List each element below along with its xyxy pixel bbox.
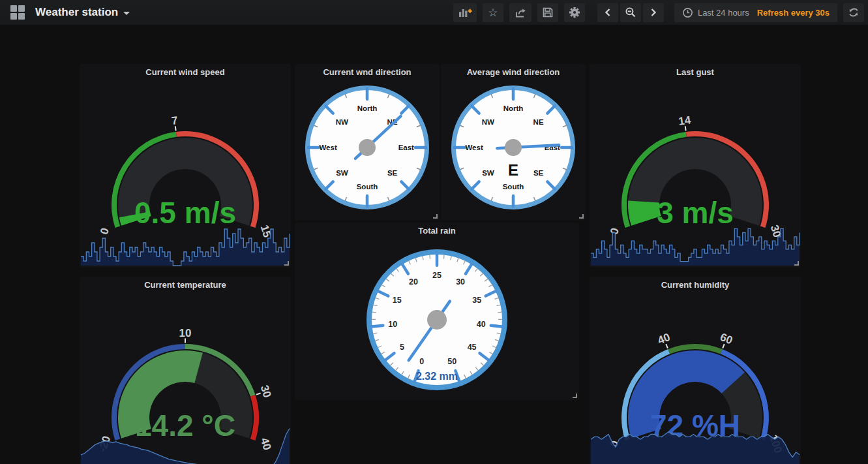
rain-scale-label: 40 — [477, 320, 486, 329]
rain-scale-label: 25 — [432, 271, 441, 280]
grid-icon — [10, 5, 25, 20]
gauge-chart: -2010304014.2 °C — [80, 277, 291, 464]
gauge-scale-label: 0 — [98, 226, 112, 236]
compass-chart: NorthNEEastSESouthSWWestNW — [295, 64, 440, 221]
compass-direction-label: NW — [336, 118, 348, 126]
dashboard: Current wind speed07150.5 m/sCurrent wnd… — [0, 25, 868, 464]
gauge-chart: 014303 m/s — [590, 64, 801, 268]
threshold-tick — [666, 344, 668, 348]
rain-scale-label: 35 — [472, 296, 481, 305]
bar-chart-plus-icon — [458, 7, 472, 18]
compass-chart: NorthNEEastSESouthSWWestNWE — [441, 64, 586, 221]
panel-current-temperature: Current temperature-2010304014.2 °C — [80, 277, 291, 464]
gauge-value-text: 3 m/s — [657, 196, 734, 230]
gauge-scale-label: 14 — [678, 114, 692, 127]
compass-direction-label: NW — [482, 118, 494, 126]
rain-scale-label: 20 — [409, 277, 418, 286]
gauge-chart: 0406010072 %H — [590, 277, 801, 464]
navbar: Weather station ☆ — [0, 0, 868, 25]
chevron-right-icon — [649, 7, 658, 18]
compass-direction-label: East — [398, 144, 414, 151]
gear-icon — [569, 7, 580, 18]
dashboard-title: Weather station — [35, 6, 118, 19]
star-icon: ☆ — [488, 7, 498, 18]
panel-current-wind-direction: Current wnd directionNorthNEEastSESouthS… — [295, 64, 440, 221]
compass-dial: NorthNEEastSESouthSWWestNWE — [454, 88, 573, 208]
compass-dial: NorthNEEastSESouthSWWestNW — [308, 88, 427, 208]
dashboard-picker-button[interactable] — [7, 3, 29, 22]
threshold-tick — [175, 126, 176, 131]
gauge-scale-label: 30 — [258, 384, 274, 399]
gauge-scale-label: 7 — [171, 114, 179, 127]
panel-total-rain: Total rain051015202530354045502.32 mm — [295, 223, 579, 400]
gauge-value-fill — [628, 201, 661, 226]
panel-resize-handle[interactable] — [573, 394, 577, 398]
gauge-scale-label: 60 — [719, 331, 735, 347]
panel-current-wind-speed: Current wind speed07150.5 m/s — [80, 64, 291, 268]
panel-last-gust: Last gust014303 m/s — [590, 64, 801, 268]
panel-resize-handle[interactable] — [284, 261, 289, 266]
share-button[interactable] — [509, 3, 531, 22]
rain-scale-label: 10 — [388, 320, 397, 329]
rain-scale-label: 5 — [400, 343, 404, 352]
threshold-tick — [685, 126, 686, 131]
rain-scale-label: 45 — [468, 343, 477, 352]
compass-direction-label: West — [465, 144, 483, 151]
rain-scale-label: 30 — [456, 277, 465, 286]
time-range-label: Last 24 hours — [698, 8, 749, 18]
time-forward-button[interactable] — [643, 3, 664, 22]
panel-resize-handle[interactable] — [794, 261, 799, 266]
gauge-value-text: 14.2 °C — [135, 409, 235, 442]
chevron-left-icon — [603, 7, 612, 18]
threshold-tick — [256, 393, 261, 394]
compass-direction-label: South — [357, 183, 378, 191]
clock-gauge-chart: 051015202530354045502.32 mm — [295, 223, 579, 400]
time-range-button[interactable]: Last 24 hours Refresh every 30s — [674, 3, 837, 22]
panel-resize-handle[interactable] — [579, 214, 584, 219]
compass-hub — [505, 139, 522, 156]
time-back-button[interactable] — [597, 3, 618, 22]
compass-direction-label: NE — [533, 118, 544, 126]
compass-direction-label: North — [357, 104, 378, 112]
dashboard-title-dropdown[interactable]: Weather station — [35, 6, 130, 19]
compass-value-label: E — [508, 161, 518, 179]
gauge-chart: 07150.5 m/s — [80, 64, 291, 268]
compass-direction-label: SE — [387, 169, 398, 177]
clock-icon — [682, 7, 693, 18]
rain-scale-label: 15 — [393, 296, 402, 305]
rain-scale-label: 0 — [419, 357, 424, 366]
settings-button[interactable] — [564, 3, 585, 22]
refresh-button[interactable] — [843, 3, 864, 22]
compass-direction-label: SW — [482, 169, 494, 177]
zoom-out-icon — [625, 7, 636, 18]
sparkline — [591, 228, 800, 266]
panel-average-wind-direction: Average wind directionNorthNEEastSESouth… — [441, 64, 586, 221]
sparkline — [591, 432, 800, 464]
compass-direction-label: West — [319, 144, 337, 151]
zoom-out-button[interactable] — [620, 3, 641, 22]
caret-down-icon — [123, 12, 130, 15]
gauge-scale-label: 40 — [656, 331, 672, 347]
gauge-value-text: 0.5 m/s — [134, 196, 236, 230]
rain-hub — [427, 310, 447, 330]
rain-dial: 051015202530354045502.32 mm — [369, 252, 505, 388]
panel-resize-handle[interactable] — [433, 214, 438, 219]
threshold-tick — [723, 344, 725, 348]
compass-direction-label: South — [503, 183, 524, 191]
refresh-interval-label: Refresh every 30s — [757, 8, 830, 18]
navbar-right: ☆ — [447, 3, 864, 22]
time-nav-group — [595, 3, 664, 22]
save-button[interactable] — [537, 3, 558, 22]
save-icon — [542, 7, 554, 18]
gauge-scale-label: 10 — [179, 327, 192, 339]
add-panel-button[interactable] — [453, 3, 477, 22]
rain-scale-label: 50 — [447, 357, 456, 366]
compass-direction-label: North — [503, 104, 524, 112]
refresh-icon — [848, 7, 860, 18]
gauge-scale-label: 40 — [258, 436, 274, 452]
rain-value-text: 2.32 mm — [416, 371, 458, 382]
compass-hub — [359, 139, 376, 156]
panel-current-humidity: Current humidity0406010072 %H — [590, 277, 801, 464]
share-icon — [514, 7, 527, 18]
star-button[interactable]: ☆ — [483, 3, 503, 22]
